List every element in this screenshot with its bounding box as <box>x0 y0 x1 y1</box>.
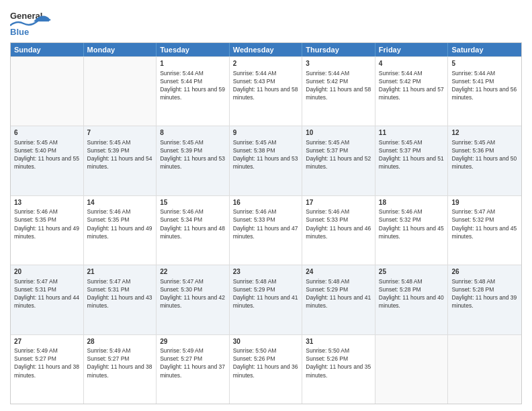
page: General Blue Sunday Monday Tuesday Wedne… <box>0 0 532 411</box>
col-thursday: Thursday <box>302 43 375 56</box>
day-cell: 25 Sunrise: 5:48 AMSunset: 5:28 PMDaylig… <box>375 265 449 334</box>
cell-info: Sunrise: 5:48 AMSunset: 5:28 PMDaylight:… <box>451 278 517 309</box>
day-cell: 21 Sunrise: 5:47 AMSunset: 5:31 PMDaylig… <box>84 265 157 334</box>
calendar: Sunday Monday Tuesday Wednesday Thursday… <box>10 42 522 404</box>
calendar-body: 1 Sunrise: 5:44 AMSunset: 5:44 PMDayligh… <box>11 56 521 404</box>
day-cell: 22 Sunrise: 5:47 AMSunset: 5:30 PMDaylig… <box>157 265 230 334</box>
day-number: 9 <box>233 128 299 138</box>
day-cell: 12 Sunrise: 5:45 AMSunset: 5:36 PMDaylig… <box>448 126 521 195</box>
day-cell: 10 Sunrise: 5:45 AMSunset: 5:37 PMDaylig… <box>302 126 375 195</box>
day-number: 10 <box>306 128 371 138</box>
logo: General Blue <box>10 7 71 37</box>
col-wednesday: Wednesday <box>230 43 303 56</box>
day-number: 4 <box>379 59 445 68</box>
cell-info: Sunrise: 5:45 AMSunset: 5:39 PMDaylight:… <box>160 139 225 170</box>
day-number: 23 <box>233 267 299 277</box>
cell-info: Sunrise: 5:45 AMSunset: 5:37 PMDaylight:… <box>379 139 444 170</box>
day-cell: 11 Sunrise: 5:45 AMSunset: 5:37 PMDaylig… <box>375 126 449 195</box>
empty-cell <box>375 335 449 404</box>
cell-info: Sunrise: 5:44 AMSunset: 5:44 PMDaylight:… <box>160 70 225 101</box>
day-number: 21 <box>87 267 153 277</box>
cell-info: Sunrise: 5:45 AMSunset: 5:39 PMDaylight:… <box>87 139 152 170</box>
day-number: 3 <box>306 59 371 68</box>
day-number: 11 <box>379 128 445 138</box>
day-cell: 13 Sunrise: 5:46 AMSunset: 5:35 PMDaylig… <box>11 196 84 265</box>
day-number: 22 <box>160 267 226 277</box>
day-cell: 6 Sunrise: 5:45 AMSunset: 5:40 PMDayligh… <box>11 126 84 195</box>
cell-info: Sunrise: 5:48 AMSunset: 5:29 PMDaylight:… <box>306 278 371 309</box>
cell-info: Sunrise: 5:46 AMSunset: 5:33 PMDaylight:… <box>233 208 298 239</box>
day-number: 2 <box>233 59 299 68</box>
cell-info: Sunrise: 5:47 AMSunset: 5:31 PMDaylight:… <box>87 278 152 309</box>
day-cell: 27 Sunrise: 5:49 AMSunset: 5:27 PMDaylig… <box>11 335 84 404</box>
day-number: 16 <box>233 198 299 208</box>
col-monday: Monday <box>84 43 157 56</box>
day-number: 30 <box>233 337 299 347</box>
cell-info: Sunrise: 5:48 AMSunset: 5:29 PMDaylight:… <box>233 278 298 309</box>
cell-info: Sunrise: 5:47 AMSunset: 5:30 PMDaylight:… <box>160 278 225 309</box>
day-cell: 18 Sunrise: 5:46 AMSunset: 5:32 PMDaylig… <box>375 196 449 265</box>
day-number: 17 <box>306 198 371 208</box>
cell-info: Sunrise: 5:45 AMSunset: 5:38 PMDaylight:… <box>233 139 298 170</box>
day-cell: 20 Sunrise: 5:47 AMSunset: 5:31 PMDaylig… <box>11 265 84 334</box>
day-number: 7 <box>87 128 153 138</box>
day-number: 15 <box>160 198 226 208</box>
day-cell: 17 Sunrise: 5:46 AMSunset: 5:33 PMDaylig… <box>302 196 375 265</box>
day-number: 12 <box>451 128 518 138</box>
day-number: 26 <box>451 267 518 277</box>
day-cell: 23 Sunrise: 5:48 AMSunset: 5:29 PMDaylig… <box>230 265 303 334</box>
cell-info: Sunrise: 5:46 AMSunset: 5:35 PMDaylight:… <box>14 208 79 239</box>
cell-info: Sunrise: 5:49 AMSunset: 5:27 PMDaylight:… <box>14 347 79 378</box>
col-sunday: Sunday <box>11 43 84 56</box>
cell-info: Sunrise: 5:45 AMSunset: 5:36 PMDaylight:… <box>451 139 517 170</box>
empty-cell <box>84 57 157 126</box>
cell-info: Sunrise: 5:46 AMSunset: 5:34 PMDaylight:… <box>160 208 225 239</box>
calendar-row: 6 Sunrise: 5:45 AMSunset: 5:40 PMDayligh… <box>11 126 521 195</box>
day-cell: 2 Sunrise: 5:44 AMSunset: 5:43 PMDayligh… <box>230 57 303 126</box>
svg-text:Blue: Blue <box>10 27 29 37</box>
calendar-row: 1 Sunrise: 5:44 AMSunset: 5:44 PMDayligh… <box>11 56 521 126</box>
day-number: 20 <box>14 267 80 277</box>
day-number: 14 <box>87 198 153 208</box>
day-cell: 7 Sunrise: 5:45 AMSunset: 5:39 PMDayligh… <box>84 126 157 195</box>
day-number: 5 <box>451 59 518 68</box>
cell-info: Sunrise: 5:45 AMSunset: 5:37 PMDaylight:… <box>306 139 371 170</box>
cell-info: Sunrise: 5:49 AMSunset: 5:27 PMDaylight:… <box>87 347 152 378</box>
day-number: 13 <box>14 198 80 208</box>
cell-info: Sunrise: 5:45 AMSunset: 5:40 PMDaylight:… <box>14 139 79 170</box>
day-cell: 1 Sunrise: 5:44 AMSunset: 5:44 PMDayligh… <box>157 57 230 126</box>
day-number: 1 <box>160 59 226 68</box>
day-cell: 30 Sunrise: 5:50 AMSunset: 5:26 PMDaylig… <box>230 335 303 404</box>
day-number: 6 <box>14 128 80 138</box>
day-cell: 19 Sunrise: 5:47 AMSunset: 5:32 PMDaylig… <box>448 196 521 265</box>
calendar-row: 20 Sunrise: 5:47 AMSunset: 5:31 PMDaylig… <box>11 265 521 334</box>
header: General Blue <box>10 7 522 37</box>
col-friday: Friday <box>375 43 449 56</box>
calendar-row: 27 Sunrise: 5:49 AMSunset: 5:27 PMDaylig… <box>11 334 521 404</box>
cell-info: Sunrise: 5:46 AMSunset: 5:32 PMDaylight:… <box>379 208 444 239</box>
cell-info: Sunrise: 5:44 AMSunset: 5:42 PMDaylight:… <box>379 70 444 101</box>
day-cell: 31 Sunrise: 5:50 AMSunset: 5:26 PMDaylig… <box>302 335 375 404</box>
cell-info: Sunrise: 5:44 AMSunset: 5:42 PMDaylight:… <box>306 70 371 101</box>
cell-info: Sunrise: 5:47 AMSunset: 5:31 PMDaylight:… <box>14 278 79 309</box>
cell-info: Sunrise: 5:50 AMSunset: 5:26 PMDaylight:… <box>306 347 371 378</box>
col-tuesday: Tuesday <box>157 43 230 56</box>
empty-cell <box>11 57 84 126</box>
day-number: 27 <box>14 337 80 347</box>
cell-info: Sunrise: 5:46 AMSunset: 5:35 PMDaylight:… <box>87 208 152 239</box>
day-number: 29 <box>160 337 226 347</box>
day-cell: 8 Sunrise: 5:45 AMSunset: 5:39 PMDayligh… <box>157 126 230 195</box>
day-cell: 5 Sunrise: 5:44 AMSunset: 5:41 PMDayligh… <box>448 57 521 126</box>
day-cell: 24 Sunrise: 5:48 AMSunset: 5:29 PMDaylig… <box>302 265 375 334</box>
day-number: 24 <box>306 267 371 277</box>
cell-info: Sunrise: 5:47 AMSunset: 5:32 PMDaylight:… <box>451 208 517 239</box>
day-cell: 9 Sunrise: 5:45 AMSunset: 5:38 PMDayligh… <box>230 126 303 195</box>
day-cell: 15 Sunrise: 5:46 AMSunset: 5:34 PMDaylig… <box>157 196 230 265</box>
empty-cell <box>448 335 521 404</box>
day-number: 31 <box>306 337 371 347</box>
day-number: 19 <box>451 198 518 208</box>
day-cell: 26 Sunrise: 5:48 AMSunset: 5:28 PMDaylig… <box>448 265 521 334</box>
day-number: 25 <box>379 267 445 277</box>
cell-info: Sunrise: 5:46 AMSunset: 5:33 PMDaylight:… <box>306 208 371 239</box>
cell-info: Sunrise: 5:48 AMSunset: 5:28 PMDaylight:… <box>379 278 444 309</box>
